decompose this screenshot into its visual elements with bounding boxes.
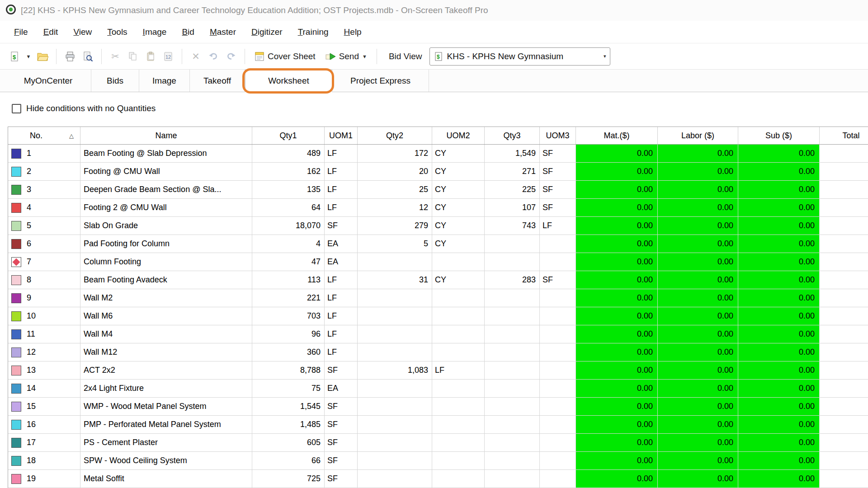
table-row[interactable]: 7Column Footing47EA0.000.000.00 (8, 253, 868, 271)
column-header-sub[interactable]: Sub ($) (738, 127, 820, 144)
cell-no[interactable]: 1 (8, 145, 80, 162)
menu-edit[interactable]: Edit (36, 24, 66, 40)
cell-mat[interactable]: 0.00 (576, 325, 658, 343)
tab-image[interactable]: Image (139, 70, 190, 92)
cell-qty3[interactable] (485, 289, 540, 307)
cell-name[interactable]: Wall M2 (80, 289, 252, 307)
cell-uom2[interactable]: CY (432, 145, 485, 162)
cell-uom3[interactable] (540, 398, 576, 415)
cell-mat[interactable]: 0.00 (576, 343, 658, 361)
cell-sub[interactable]: 0.00 (738, 235, 820, 253)
cell-qty1[interactable]: 96 (252, 325, 325, 343)
cell-no[interactable]: 9 (8, 289, 80, 307)
cell-uom2[interactable] (432, 325, 485, 343)
cell-mat[interactable]: 0.00 (576, 199, 658, 216)
column-header-qty3[interactable]: Qty3 (485, 127, 540, 144)
table-row[interactable]: 13ACT 2x28,788SF1,083LF0.000.000.00 (8, 361, 868, 380)
cell-uom1[interactable]: EA (325, 253, 358, 271)
cell-name[interactable]: Beam Footing @ Slab Depression (80, 145, 252, 162)
cell-labor[interactable]: 0.00 (658, 416, 738, 433)
print-button[interactable] (62, 48, 78, 65)
cell-name[interactable]: Wall M12 (80, 343, 252, 361)
cell-sub[interactable]: 0.00 (738, 145, 820, 162)
cell-uom1[interactable]: SF (325, 361, 358, 379)
cell-uom2[interactable] (432, 380, 485, 397)
cell-qty2[interactable] (358, 325, 432, 343)
cell-uom1[interactable]: SF (325, 434, 358, 451)
cell-qty2[interactable] (358, 380, 432, 397)
cell-qty3[interactable] (485, 343, 540, 361)
cell-total[interactable] (820, 434, 868, 451)
cell-qty3[interactable]: 225 (485, 181, 540, 198)
new-bid-button[interactable]: $ (6, 48, 23, 65)
menu-image[interactable]: Image (135, 24, 175, 40)
cell-uom3[interactable]: LF (540, 217, 576, 235)
cell-qty1[interactable]: 360 (252, 343, 325, 361)
column-header-uom1[interactable]: UOM1 (325, 127, 358, 144)
cell-uom1[interactable]: SF (325, 217, 358, 235)
cell-uom1[interactable]: SF (325, 452, 358, 469)
cell-qty1[interactable]: 605 (252, 434, 325, 451)
cell-uom3[interactable] (540, 452, 576, 469)
table-row[interactable]: 1Beam Footing @ Slab Depression489LF172C… (8, 145, 868, 163)
cell-qty3[interactable] (485, 434, 540, 451)
cell-qty3[interactable] (485, 235, 540, 253)
cell-no[interactable]: 8 (8, 271, 80, 289)
cell-labor[interactable]: 0.00 (658, 470, 738, 488)
cell-sub[interactable]: 0.00 (738, 343, 820, 361)
cell-no[interactable]: 18 (8, 452, 80, 469)
cell-qty1[interactable]: 703 (252, 307, 325, 325)
cell-qty1[interactable]: 135 (252, 181, 325, 198)
cell-no[interactable]: 2 (8, 163, 80, 180)
cell-name[interactable]: Wall M4 (80, 325, 252, 343)
cell-qty2[interactable]: 12 (358, 199, 432, 216)
cell-name[interactable]: ACT 2x2 (80, 361, 252, 379)
cell-mat[interactable]: 0.00 (576, 163, 658, 180)
cell-qty3[interactable] (485, 452, 540, 469)
cell-qty1[interactable]: 162 (252, 163, 325, 180)
cell-name[interactable]: Deepen Grade Beam Section @ Sla... (80, 181, 252, 198)
cell-total[interactable] (820, 452, 868, 469)
table-row[interactable]: 15WMP - Wood Metal Panel System1,545SF0.… (8, 398, 868, 416)
cell-uom1[interactable]: LF (325, 181, 358, 198)
tab-worksheet[interactable]: Worksheet (245, 70, 332, 92)
cell-qty3[interactable] (485, 325, 540, 343)
cell-total[interactable] (820, 325, 868, 343)
cell-qty2[interactable] (358, 452, 432, 469)
cell-uom2[interactable]: CY (432, 235, 485, 253)
cell-uom2[interactable] (432, 289, 485, 307)
cell-qty3[interactable] (485, 307, 540, 325)
cell-qty3[interactable] (485, 470, 540, 488)
tab-myoncenter[interactable]: MyOnCenter (5, 70, 91, 92)
cell-uom3[interactable] (540, 470, 576, 488)
cell-qty1[interactable]: 1,485 (252, 416, 325, 433)
cell-total[interactable] (820, 235, 868, 253)
cell-sub[interactable]: 0.00 (738, 181, 820, 198)
cell-total[interactable] (820, 163, 868, 180)
cell-mat[interactable]: 0.00 (576, 398, 658, 415)
cell-mat[interactable]: 0.00 (576, 470, 658, 488)
column-header-total[interactable]: Total (820, 127, 868, 144)
cell-total[interactable] (820, 307, 868, 325)
cell-uom2[interactable] (432, 416, 485, 433)
new-dropdown-arrow[interactable]: ▼ (24, 48, 33, 65)
bid-selector-dropdown[interactable]: $ KHS - KPHS New Gymnasium ▾ (429, 47, 610, 66)
redo-button[interactable] (223, 48, 239, 65)
cell-labor[interactable]: 0.00 (658, 380, 738, 397)
menu-master[interactable]: Master (202, 24, 244, 40)
cell-labor[interactable]: 0.00 (658, 325, 738, 343)
menu-training[interactable]: Training (290, 24, 336, 40)
cell-total[interactable] (820, 416, 868, 433)
cell-uom3[interactable] (540, 380, 576, 397)
cell-mat[interactable]: 0.00 (576, 452, 658, 469)
cell-sub[interactable]: 0.00 (738, 398, 820, 415)
cell-uom2[interactable]: CY (432, 199, 485, 216)
cell-sub[interactable]: 0.00 (738, 380, 820, 397)
cell-mat[interactable]: 0.00 (576, 181, 658, 198)
table-row[interactable]: 16PMP - Perforated Metal Panel System1,4… (8, 416, 868, 434)
cell-uom3[interactable] (540, 325, 576, 343)
cell-qty2[interactable]: 25 (358, 181, 432, 198)
cell-name[interactable]: WMP - Wood Metal Panel System (80, 398, 252, 415)
cell-mat[interactable]: 0.00 (576, 361, 658, 379)
cell-total[interactable] (820, 470, 868, 488)
